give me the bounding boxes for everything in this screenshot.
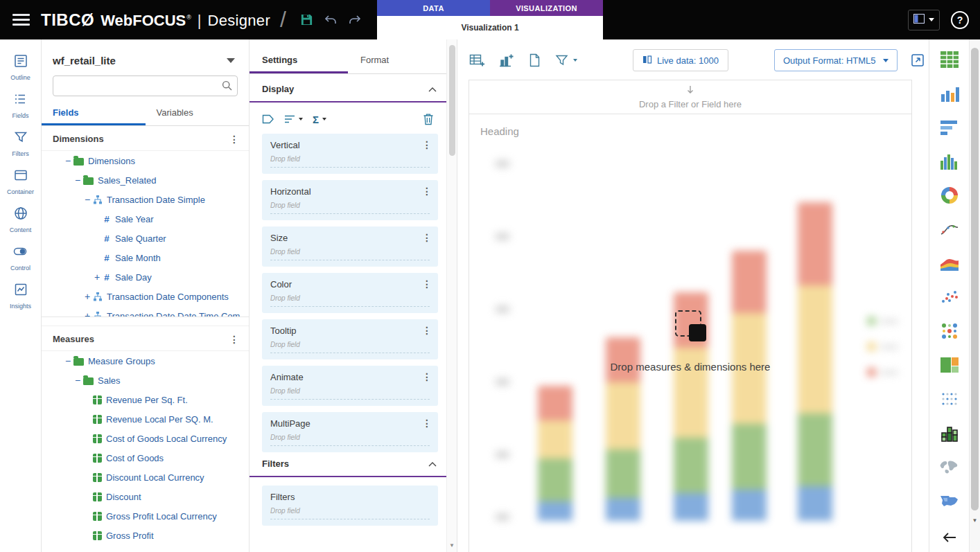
kebab-menu-icon[interactable] xyxy=(422,372,432,382)
tree-toggle[interactable]: + xyxy=(91,271,103,283)
bucket-drop-zone[interactable]: Drop field xyxy=(270,341,430,353)
tree-item[interactable]: Revenue Local Per SQ. M. xyxy=(42,409,249,429)
tree-item[interactable]: Discount Local Currency xyxy=(42,468,249,487)
tree-toggle[interactable]: + xyxy=(82,291,93,302)
chart-type-treemap-icon[interactable] xyxy=(940,355,959,375)
tab-settings[interactable]: Settings xyxy=(250,52,348,73)
chart-type-world-map-icon[interactable] xyxy=(939,456,960,477)
scrollbar-down-arrow[interactable] xyxy=(447,542,457,549)
chart-canvas[interactable]: Heading Drop measures & dimensions h xyxy=(469,114,912,552)
sidebar-item-content[interactable]: Content xyxy=(10,206,32,233)
chart-type-table-icon[interactable] xyxy=(940,49,959,70)
chart-type-donut-icon[interactable] xyxy=(941,185,958,206)
chart-type-horizontal-bar-icon[interactable] xyxy=(940,117,959,138)
chevron-up-icon[interactable] xyxy=(428,84,437,94)
tree-item[interactable]: +Transaction Date Components xyxy=(42,287,249,306)
kebab-menu-icon[interactable] xyxy=(229,335,239,344)
kebab-menu-icon[interactable] xyxy=(422,186,432,196)
chart-type-stacked-column-icon-selected[interactable] xyxy=(940,422,959,443)
tab-data[interactable]: DATA xyxy=(377,0,490,16)
panel-layout-dropdown[interactable] xyxy=(908,10,940,30)
collapse-rail-arrow-icon[interactable] xyxy=(943,533,956,545)
redo-icon[interactable] xyxy=(348,14,362,26)
tree-toggle[interactable]: + xyxy=(82,310,93,317)
tree-item[interactable]: −Measure Groups xyxy=(42,351,249,371)
sidebar-item-filters[interactable]: Filters xyxy=(12,130,29,157)
bucket-drop-zone[interactable]: Drop field xyxy=(270,387,430,400)
tree-toggle[interactable]: − xyxy=(72,375,83,386)
tree-item[interactable]: +Transaction Date Date Time Com xyxy=(42,306,249,317)
bucket-color[interactable]: Color Drop field xyxy=(262,273,438,313)
tree-item[interactable]: −Dimensions xyxy=(42,151,249,170)
new-page-icon[interactable] xyxy=(527,53,542,68)
chart-type-line-icon[interactable] xyxy=(940,219,959,240)
scrollbar-thumb[interactable] xyxy=(971,48,979,510)
tree-toggle[interactable]: − xyxy=(72,175,83,186)
live-data-button[interactable]: Live data: 1000 xyxy=(633,49,728,71)
sidebar-item-outline[interactable]: Outline xyxy=(10,53,30,81)
bucket-animate[interactable]: Animate Drop field xyxy=(262,366,438,406)
bucket-drop-zone[interactable]: Drop field xyxy=(270,202,430,214)
aggregation-dropdown[interactable]: Σ xyxy=(313,114,326,125)
tree-item[interactable]: #Sale Month xyxy=(42,248,249,267)
tree-item[interactable]: #Sale Year xyxy=(42,209,249,229)
tree-toggle[interactable]: − xyxy=(62,355,73,366)
kebab-menu-icon[interactable] xyxy=(422,233,432,242)
add-data-grid-icon[interactable] xyxy=(469,53,485,68)
tab-fields[interactable]: Fields xyxy=(42,105,146,125)
tree-item[interactable]: #Sale Quarter xyxy=(42,229,249,248)
kebab-menu-icon[interactable] xyxy=(422,279,432,289)
bucket-drop-zone[interactable]: Drop field xyxy=(270,434,430,446)
sidebar-item-container[interactable]: Container xyxy=(7,168,34,195)
scrollbar-down-arrow[interactable] xyxy=(970,517,980,524)
bucket-drop-zone[interactable]: Drop field xyxy=(270,507,430,519)
tree-item[interactable]: Gross Profit xyxy=(42,526,249,545)
sidebar-item-insights[interactable]: Insights xyxy=(10,282,31,310)
bucket-drop-zone[interactable]: Drop field xyxy=(270,155,430,168)
data-labels-icon[interactable] xyxy=(262,114,274,125)
tree-item[interactable]: −Sales_Related xyxy=(42,170,249,190)
tree-item[interactable]: Cost of Goods Local Currency xyxy=(42,429,249,448)
kebab-menu-icon[interactable] xyxy=(422,140,432,150)
tree-toggle[interactable]: − xyxy=(62,155,73,166)
chart-type-region-map-icon[interactable] xyxy=(939,490,960,511)
chart-type-dot-plot-icon[interactable] xyxy=(940,389,959,409)
sidebar-item-fields[interactable]: Fields xyxy=(12,91,28,119)
bucket-horizontal[interactable]: Horizontal Drop field xyxy=(262,180,438,220)
bucket-size[interactable]: Size Drop field xyxy=(262,226,438,267)
dataset-dropdown-caret[interactable] xyxy=(227,58,235,63)
bucket-vertical[interactable]: Vertical Drop field xyxy=(262,134,438,174)
hamburger-menu-icon[interactable] xyxy=(12,11,30,28)
filters-section-header[interactable]: Filters xyxy=(250,458,446,477)
bucket-filters[interactable]: Filters Drop field xyxy=(262,486,438,526)
chart-type-bubble-matrix-icon[interactable] xyxy=(940,321,959,341)
page-scrollbar[interactable] xyxy=(969,39,980,552)
help-icon[interactable]: ? xyxy=(951,11,969,29)
tab-visualization[interactable]: VISUALIZATION xyxy=(490,0,603,16)
add-chart-icon[interactable] xyxy=(498,53,514,68)
tab-variables[interactable]: Variables xyxy=(146,105,250,125)
bucket-tooltip[interactable]: Tooltip Drop field xyxy=(262,319,438,359)
tree-item[interactable]: Revenue Per Sq. Ft. xyxy=(42,390,249,409)
chart-type-area-icon[interactable] xyxy=(940,253,959,274)
bucket-drop-zone[interactable]: Drop field xyxy=(270,248,430,260)
tree-item[interactable]: +#Sale Day xyxy=(42,267,249,287)
chart-type-scatter-icon[interactable] xyxy=(940,287,959,308)
kebab-menu-icon[interactable] xyxy=(422,326,432,335)
tree-item[interactable]: Gross Profit Local Currency xyxy=(42,506,249,526)
bucket-multipage[interactable]: MultiPage Drop field xyxy=(262,412,438,452)
tree-item[interactable]: −Sales xyxy=(42,371,249,390)
chevron-up-icon[interactable] xyxy=(428,458,437,469)
tree-item[interactable]: Cost of Goods xyxy=(42,448,249,468)
expand-icon[interactable] xyxy=(910,53,925,68)
sort-options-dropdown[interactable] xyxy=(284,114,303,124)
tab-format[interactable]: Format xyxy=(348,52,446,73)
tree-item[interactable]: Discount xyxy=(42,487,249,506)
search-input[interactable] xyxy=(53,75,238,96)
kebab-menu-icon[interactable] xyxy=(229,134,239,144)
output-format-dropdown[interactable]: Output Format: HTML5 xyxy=(774,49,898,71)
chart-type-column-icon[interactable] xyxy=(940,83,959,104)
chart-type-histogram-icon[interactable] xyxy=(940,151,959,172)
settings-scrollbar[interactable] xyxy=(446,39,457,552)
trash-icon[interactable] xyxy=(423,113,434,125)
